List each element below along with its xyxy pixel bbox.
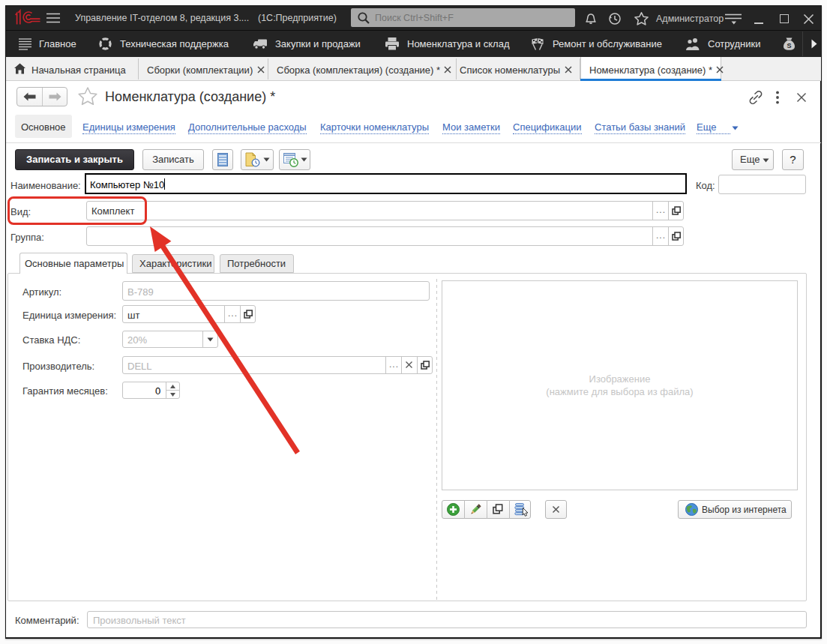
- svg-text:S: S: [787, 42, 791, 49]
